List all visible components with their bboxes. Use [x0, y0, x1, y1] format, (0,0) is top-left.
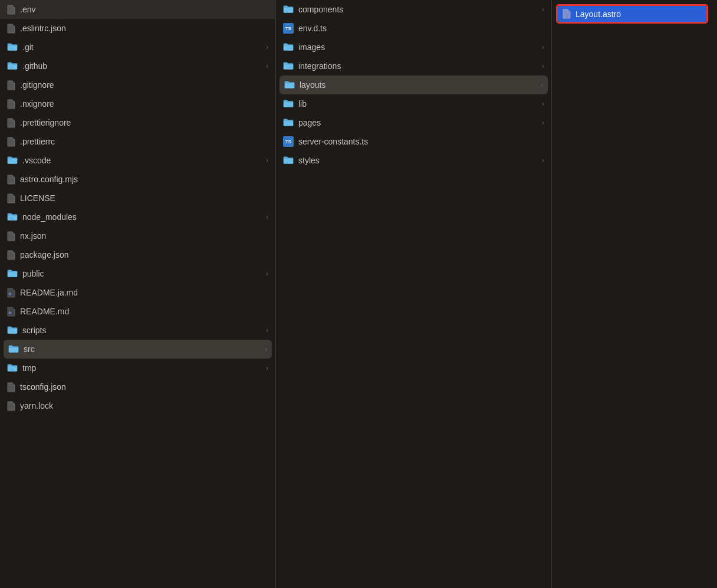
file-item-github[interactable]: .github› — [0, 57, 275, 75]
download-file-icon — [7, 307, 15, 316]
folder-icon — [283, 156, 294, 165]
chevron-icon: › — [542, 62, 544, 70]
folder-icon — [7, 156, 18, 165]
item-name: README.ja.md — [20, 288, 268, 297]
item-name: LICENSE — [20, 193, 268, 203]
download-file-icon — [7, 288, 15, 297]
item-name: public — [22, 269, 261, 278]
item-name: lib — [298, 99, 537, 109]
item-name: tmp — [22, 363, 261, 373]
file-item-readme[interactable]: README.md — [0, 302, 275, 321]
folder-icon — [7, 363, 18, 373]
file-icon — [7, 231, 15, 241]
file-item-packagejson[interactable]: package.json — [0, 245, 275, 264]
item-name: components — [298, 5, 537, 14]
item-name: server-constants.ts — [298, 137, 544, 146]
chevron-icon: › — [266, 156, 268, 165]
file-icon — [7, 137, 15, 146]
item-name: .gitignore — [20, 80, 268, 90]
item-name: styles — [298, 156, 537, 165]
item-name: package.json — [20, 250, 268, 259]
chevron-icon: › — [542, 43, 544, 51]
ts-file-icon: TS — [283, 23, 294, 34]
file-item-src[interactable]: src› — [4, 340, 272, 359]
item-name: README.md — [20, 307, 268, 316]
chevron-icon: › — [542, 100, 544, 108]
file-item-eslintrc[interactable]: .eslintrc.json — [0, 19, 275, 38]
file-icon — [7, 118, 15, 127]
folder-icon — [7, 326, 18, 335]
file-item-images[interactable]: images› — [276, 38, 551, 57]
file-item-serverconstants[interactable]: TSserver-constants.ts — [276, 132, 551, 151]
chevron-icon: › — [542, 119, 544, 127]
item-name: .nxignore — [20, 99, 268, 109]
folder-icon — [283, 118, 294, 127]
item-name: .prettierrc — [20, 137, 268, 146]
file-item-astroconfig[interactable]: astro.config.mjs — [0, 170, 275, 189]
chevron-icon: › — [542, 156, 544, 165]
file-item-nxjson[interactable]: nx.json — [0, 226, 275, 245]
item-name: tsconfig.json — [20, 382, 268, 392]
item-name: .vscode — [22, 156, 261, 165]
file-item-git[interactable]: .git› — [0, 38, 275, 57]
file-item-env[interactable]: .env — [0, 0, 275, 19]
item-name: astro.config.mjs — [20, 175, 268, 184]
file-item-envdts[interactable]: TSenv.d.ts — [276, 19, 551, 38]
file-item-prettierrc[interactable]: .prettierrc — [0, 132, 275, 151]
file-item-integrations[interactable]: integrations› — [276, 57, 551, 75]
chevron-icon: › — [266, 364, 268, 372]
folder-icon — [7, 42, 18, 52]
folder-icon — [283, 61, 294, 71]
file-item-styles[interactable]: styles› — [276, 151, 551, 170]
item-name: .github — [22, 61, 261, 71]
file-item-readmeja[interactable]: README.ja.md — [0, 283, 275, 302]
chevron-icon: › — [542, 5, 544, 14]
chevron-icon: › — [266, 326, 268, 334]
column-2: components›TSenv.d.ts images› integratio… — [276, 0, 552, 588]
file-item-gitignore[interactable]: .gitignore — [0, 75, 275, 94]
item-name: images — [298, 42, 537, 52]
folder-icon — [283, 42, 294, 52]
folder-icon — [8, 344, 19, 354]
file-item-yarnlock[interactable]: yarn.lock — [0, 396, 275, 415]
astro-file-icon — [563, 9, 571, 19]
column-3: Layout.astro — [552, 0, 717, 588]
file-item-layoutastro[interactable]: Layout.astro — [558, 6, 706, 22]
file-item-vscode[interactable]: .vscode› — [0, 151, 275, 170]
item-name: .prettierignore — [20, 118, 268, 127]
file-item-license[interactable]: LICENSE — [0, 189, 275, 208]
file-item-lib[interactable]: lib› — [276, 94, 551, 113]
folder-icon — [7, 269, 18, 278]
ts-file-icon: TS — [283, 136, 294, 147]
file-icon — [7, 250, 15, 259]
file-item-layouts[interactable]: layouts› — [279, 75, 548, 94]
folder-icon — [7, 61, 18, 71]
file-item-scripts[interactable]: scripts› — [0, 321, 275, 340]
file-item-public[interactable]: public› — [0, 264, 275, 283]
file-icon — [7, 401, 15, 410]
chevron-icon: › — [266, 213, 268, 221]
item-name: layouts — [300, 80, 536, 90]
chevron-icon: › — [266, 62, 268, 70]
file-item-node_modules[interactable]: node_modules› — [0, 208, 275, 226]
file-icon — [7, 5, 15, 14]
item-name: pages — [298, 118, 537, 127]
file-item-nxignore[interactable]: .nxignore — [0, 94, 275, 113]
file-icon — [7, 80, 15, 90]
highlight-border: Layout.astro — [556, 4, 708, 24]
item-name: nx.json — [20, 231, 268, 241]
folder-icon — [283, 5, 294, 14]
folder-icon — [7, 212, 18, 222]
file-item-components[interactable]: components› — [276, 0, 551, 19]
file-item-prettierignore[interactable]: .prettierignore — [0, 113, 275, 132]
file-icon — [7, 99, 15, 109]
col3-highlighted-wrapper: Layout.astro — [552, 0, 717, 29]
item-name: .env — [20, 5, 268, 14]
chevron-icon: › — [266, 43, 268, 51]
file-item-pages[interactable]: pages› — [276, 113, 551, 132]
item-name: node_modules — [22, 212, 261, 222]
file-icon — [7, 175, 15, 184]
file-item-tmp[interactable]: tmp› — [0, 359, 275, 377]
chevron-icon: › — [266, 270, 268, 278]
file-item-tsconfigjson[interactable]: tsconfig.json — [0, 377, 275, 396]
